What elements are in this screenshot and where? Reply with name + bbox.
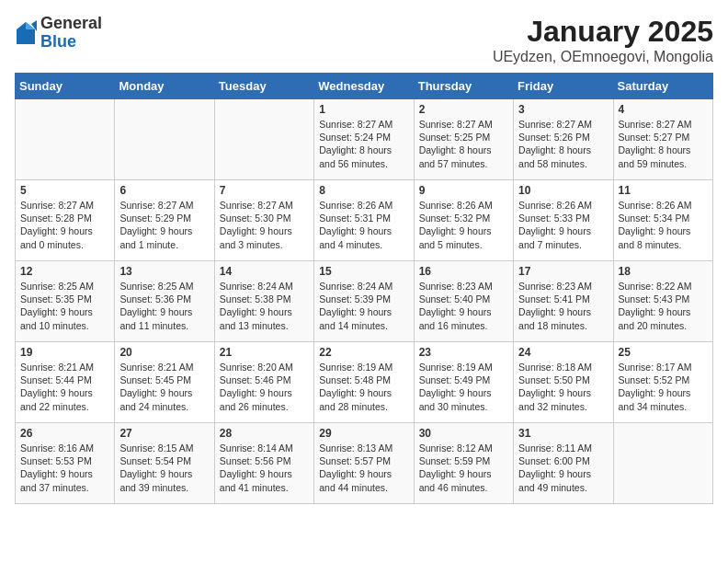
day-number: 2 xyxy=(419,103,508,116)
calendar-cell: 17Sunrise: 8:23 AM Sunset: 5:41 PM Dayli… xyxy=(514,261,613,342)
calendar-cell: 16Sunrise: 8:23 AM Sunset: 5:40 PM Dayli… xyxy=(414,261,513,342)
day-info: Sunrise: 8:22 AM Sunset: 5:43 PM Dayligh… xyxy=(619,280,708,332)
calendar-cell: 30Sunrise: 8:12 AM Sunset: 5:59 PM Dayli… xyxy=(414,423,513,504)
day-number: 21 xyxy=(220,346,309,359)
weekday-header-wednesday: Wednesday xyxy=(314,74,414,99)
calendar-cell: 7Sunrise: 8:27 AM Sunset: 5:30 PM Daylig… xyxy=(214,180,313,261)
day-number: 1 xyxy=(319,103,408,116)
calendar-cell: 15Sunrise: 8:24 AM Sunset: 5:39 PM Dayli… xyxy=(314,261,414,342)
day-info: Sunrise: 8:14 AM Sunset: 5:56 PM Dayligh… xyxy=(220,442,309,494)
day-number: 5 xyxy=(20,184,109,197)
day-number: 26 xyxy=(20,427,109,440)
calendar-cell: 13Sunrise: 8:25 AM Sunset: 5:36 PM Dayli… xyxy=(115,261,214,342)
day-number: 15 xyxy=(319,265,408,278)
day-number: 13 xyxy=(119,265,209,278)
weekday-header-sunday: Sunday xyxy=(16,74,115,99)
calendar-body: 1Sunrise: 8:27 AM Sunset: 5:24 PM Daylig… xyxy=(16,99,713,504)
day-info: Sunrise: 8:27 AM Sunset: 5:24 PM Dayligh… xyxy=(319,118,408,170)
day-info: Sunrise: 8:23 AM Sunset: 5:40 PM Dayligh… xyxy=(419,280,508,332)
day-number: 17 xyxy=(518,265,608,278)
day-number: 7 xyxy=(220,184,309,197)
day-info: Sunrise: 8:26 AM Sunset: 5:33 PM Dayligh… xyxy=(518,199,608,251)
calendar-cell: 11Sunrise: 8:26 AM Sunset: 5:34 PM Dayli… xyxy=(613,180,712,261)
calendar-cell: 25Sunrise: 8:17 AM Sunset: 5:52 PM Dayli… xyxy=(613,342,712,423)
day-number: 9 xyxy=(419,184,508,197)
day-info: Sunrise: 8:21 AM Sunset: 5:44 PM Dayligh… xyxy=(20,361,109,413)
calendar-cell: 5Sunrise: 8:27 AM Sunset: 5:28 PM Daylig… xyxy=(16,180,115,261)
title-block: January 2025 UEydzen, OEmnoegovi, Mongol… xyxy=(493,15,713,65)
calendar-cell xyxy=(115,99,214,180)
calendar-cell: 31Sunrise: 8:11 AM Sunset: 6:00 PM Dayli… xyxy=(514,423,613,504)
day-info: Sunrise: 8:15 AM Sunset: 5:54 PM Dayligh… xyxy=(119,442,209,494)
day-info: Sunrise: 8:13 AM Sunset: 5:57 PM Dayligh… xyxy=(319,442,408,494)
week-row-2: 5Sunrise: 8:27 AM Sunset: 5:28 PM Daylig… xyxy=(16,180,713,261)
day-number: 30 xyxy=(419,427,508,440)
calendar-cell: 29Sunrise: 8:13 AM Sunset: 5:57 PM Dayli… xyxy=(314,423,414,504)
calendar-cell: 24Sunrise: 8:18 AM Sunset: 5:50 PM Dayli… xyxy=(514,342,613,423)
day-info: Sunrise: 8:11 AM Sunset: 6:00 PM Dayligh… xyxy=(518,442,608,494)
calendar-cell: 10Sunrise: 8:26 AM Sunset: 5:33 PM Dayli… xyxy=(514,180,613,261)
calendar-cell xyxy=(214,99,313,180)
day-number: 10 xyxy=(518,184,608,197)
calendar-cell: 1Sunrise: 8:27 AM Sunset: 5:24 PM Daylig… xyxy=(314,99,414,180)
day-number: 27 xyxy=(119,427,209,440)
day-info: Sunrise: 8:27 AM Sunset: 5:25 PM Dayligh… xyxy=(419,118,508,170)
day-number: 23 xyxy=(419,346,508,359)
day-number: 28 xyxy=(220,427,309,440)
weekday-header-friday: Friday xyxy=(514,74,613,99)
day-info: Sunrise: 8:27 AM Sunset: 5:30 PM Dayligh… xyxy=(220,199,309,251)
logo-icon xyxy=(15,20,37,46)
day-info: Sunrise: 8:21 AM Sunset: 5:45 PM Dayligh… xyxy=(119,361,209,413)
weekday-header-tuesday: Tuesday xyxy=(214,74,313,99)
calendar-cell: 3Sunrise: 8:27 AM Sunset: 5:26 PM Daylig… xyxy=(514,99,613,180)
calendar-cell: 20Sunrise: 8:21 AM Sunset: 5:45 PM Dayli… xyxy=(115,342,214,423)
weekday-header-thursday: Thursday xyxy=(414,74,513,99)
calendar-cell: 23Sunrise: 8:19 AM Sunset: 5:49 PM Dayli… xyxy=(414,342,513,423)
day-info: Sunrise: 8:20 AM Sunset: 5:46 PM Dayligh… xyxy=(220,361,309,413)
calendar-subtitle: UEydzen, OEmnoegovi, Mongolia xyxy=(493,49,713,65)
day-info: Sunrise: 8:25 AM Sunset: 5:36 PM Dayligh… xyxy=(119,280,209,332)
day-info: Sunrise: 8:23 AM Sunset: 5:41 PM Dayligh… xyxy=(518,280,608,332)
day-info: Sunrise: 8:12 AM Sunset: 5:59 PM Dayligh… xyxy=(419,442,508,494)
week-row-1: 1Sunrise: 8:27 AM Sunset: 5:24 PM Daylig… xyxy=(16,99,713,180)
page-header: General Blue January 2025 UEydzen, OEmno… xyxy=(15,15,713,65)
day-number: 24 xyxy=(518,346,608,359)
logo: General Blue xyxy=(15,15,102,52)
day-info: Sunrise: 8:27 AM Sunset: 5:28 PM Dayligh… xyxy=(20,199,109,251)
weekday-row: SundayMondayTuesdayWednesdayThursdayFrid… xyxy=(16,74,713,99)
day-number: 16 xyxy=(419,265,508,278)
calendar-cell: 9Sunrise: 8:26 AM Sunset: 5:32 PM Daylig… xyxy=(414,180,513,261)
day-info: Sunrise: 8:26 AM Sunset: 5:34 PM Dayligh… xyxy=(619,199,708,251)
day-number: 19 xyxy=(20,346,109,359)
calendar-cell: 14Sunrise: 8:24 AM Sunset: 5:38 PM Dayli… xyxy=(214,261,313,342)
day-info: Sunrise: 8:19 AM Sunset: 5:48 PM Dayligh… xyxy=(319,361,408,413)
day-number: 11 xyxy=(619,184,708,197)
day-number: 18 xyxy=(619,265,708,278)
calendar-cell: 4Sunrise: 8:27 AM Sunset: 5:27 PM Daylig… xyxy=(613,99,712,180)
weekday-header-monday: Monday xyxy=(115,74,214,99)
day-info: Sunrise: 8:17 AM Sunset: 5:52 PM Dayligh… xyxy=(619,361,708,413)
day-info: Sunrise: 8:24 AM Sunset: 5:38 PM Dayligh… xyxy=(220,280,309,332)
calendar-title: January 2025 xyxy=(493,15,713,49)
day-info: Sunrise: 8:24 AM Sunset: 5:39 PM Dayligh… xyxy=(319,280,408,332)
calendar-cell: 19Sunrise: 8:21 AM Sunset: 5:44 PM Dayli… xyxy=(16,342,115,423)
day-info: Sunrise: 8:27 AM Sunset: 5:27 PM Dayligh… xyxy=(619,118,708,170)
calendar-cell: 27Sunrise: 8:15 AM Sunset: 5:54 PM Dayli… xyxy=(115,423,214,504)
day-info: Sunrise: 8:26 AM Sunset: 5:32 PM Dayligh… xyxy=(419,199,508,251)
day-number: 20 xyxy=(119,346,209,359)
calendar-cell xyxy=(613,423,712,504)
day-number: 25 xyxy=(619,346,708,359)
day-info: Sunrise: 8:27 AM Sunset: 5:26 PM Dayligh… xyxy=(518,118,608,170)
calendar-cell: 26Sunrise: 8:16 AM Sunset: 5:53 PM Dayli… xyxy=(16,423,115,504)
day-number: 6 xyxy=(119,184,209,197)
day-info: Sunrise: 8:27 AM Sunset: 5:29 PM Dayligh… xyxy=(119,199,209,251)
calendar-cell: 6Sunrise: 8:27 AM Sunset: 5:29 PM Daylig… xyxy=(115,180,214,261)
day-number: 31 xyxy=(518,427,608,440)
day-number: 22 xyxy=(319,346,408,359)
week-row-3: 12Sunrise: 8:25 AM Sunset: 5:35 PM Dayli… xyxy=(16,261,713,342)
day-info: Sunrise: 8:25 AM Sunset: 5:35 PM Dayligh… xyxy=(20,280,109,332)
day-info: Sunrise: 8:19 AM Sunset: 5:49 PM Dayligh… xyxy=(419,361,508,413)
calendar-table: SundayMondayTuesdayWednesdayThursdayFrid… xyxy=(15,73,713,504)
calendar-cell: 28Sunrise: 8:14 AM Sunset: 5:56 PM Dayli… xyxy=(214,423,313,504)
day-number: 3 xyxy=(518,103,608,116)
